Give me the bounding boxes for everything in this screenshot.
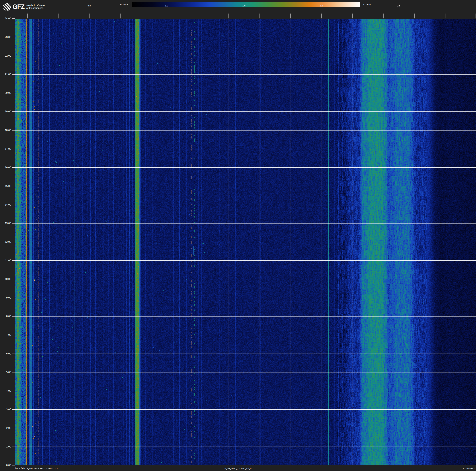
- logo-subtitle-line2: for Geosciences: [26, 7, 45, 9]
- freq-tick: [399, 14, 399, 18]
- freq-tick: [182, 14, 182, 18]
- time-tick-label: 19:00: [0, 110, 11, 113]
- freq-tick: [27, 14, 28, 18]
- freq-tick: [136, 14, 136, 18]
- time-tick-label: 7:00: [0, 334, 11, 336]
- freq-tick: [244, 14, 244, 18]
- time-tick-label: 21:00: [0, 73, 11, 76]
- time-tick-label: 15:00: [0, 185, 11, 188]
- freq-tick: [290, 14, 291, 18]
- time-tick: [12, 428, 15, 428]
- gfz-globe-icon: [3, 3, 11, 11]
- time-tick: [12, 186, 15, 186]
- freq-tick: [321, 14, 322, 18]
- time-tick: [12, 279, 15, 279]
- time-tick: [12, 316, 15, 317]
- freq-tick: [213, 14, 213, 18]
- time-tick-label: 12:00: [0, 241, 11, 243]
- time-tick: [12, 74, 15, 74]
- colorbar-max-label: -20 dBm: [362, 3, 371, 6]
- logo-subtitle-line1: Helmholtz Centre: [26, 4, 45, 7]
- time-tick: [12, 447, 15, 447]
- time-tick-label: 13:00: [0, 222, 11, 225]
- freq-tick: [337, 14, 337, 18]
- freq-tick: [430, 14, 430, 18]
- freq-tick: [43, 14, 43, 18]
- time-tick-label: 1:00: [0, 445, 11, 448]
- time-tick: [12, 56, 15, 56]
- freq-tick: [198, 14, 198, 18]
- colorbar-min-label: -80 dBm: [119, 3, 128, 6]
- freq-tick: [58, 14, 58, 18]
- freq-tick: [74, 14, 74, 18]
- time-tick: [12, 149, 15, 149]
- time-tick: [12, 335, 15, 335]
- time-tick: [12, 18, 15, 19]
- time-tick-label: 5:00: [0, 371, 11, 374]
- time-tick: [12, 354, 15, 354]
- freq-tick-label: 2.5: [397, 4, 400, 7]
- time-tick: [12, 242, 15, 242]
- footer-dataset-id: 0_20_3000_100000_40_0: [224, 467, 251, 470]
- time-tick: [12, 37, 15, 37]
- time-tick-label: 20:00: [0, 92, 11, 94]
- time-tick: [12, 130, 15, 130]
- time-tick-label: 3:00: [0, 408, 11, 411]
- freq-tick: [105, 14, 105, 18]
- freq-tick: [352, 14, 353, 18]
- freq-tick-label: 0.5: [88, 4, 91, 7]
- freq-tick-label: 1.5: [242, 4, 246, 7]
- time-tick: [12, 167, 15, 168]
- spectrogram-canvas: [15, 18, 476, 465]
- freq-tick: [120, 14, 120, 18]
- freq-tick-label: 2.0: [320, 4, 323, 7]
- time-tick: [12, 111, 15, 112]
- freq-tick: [228, 14, 229, 18]
- time-tick: [12, 223, 15, 223]
- time-tick-label: 16:00: [0, 166, 11, 169]
- freq-tick: [445, 14, 445, 18]
- freq-tick: [259, 14, 260, 18]
- time-tick: [12, 260, 15, 261]
- freq-tick-label: 1.0: [165, 4, 168, 7]
- freq-tick: [167, 14, 167, 18]
- freq-tick: [414, 14, 415, 18]
- time-tick: [12, 409, 15, 410]
- logo-acronym: GFZ: [12, 3, 24, 10]
- freq-tick: [368, 14, 368, 18]
- freq-tick: [476, 14, 476, 18]
- time-tick: [12, 93, 15, 93]
- freq-tick: [275, 14, 275, 18]
- freq-tick: [89, 14, 89, 18]
- time-tick-label: 22:00: [0, 54, 11, 57]
- time-tick-label: 11:00: [0, 259, 11, 262]
- time-tick-label: 23:00: [0, 36, 11, 38]
- time-tick-label: 4:00: [0, 390, 11, 392]
- time-tick-label: 24:00: [0, 17, 11, 20]
- time-tick-label: 2:00: [0, 427, 11, 430]
- time-tick-label: 9:00: [0, 296, 11, 299]
- freq-tick: [151, 14, 152, 18]
- footer-doi-link[interactable]: https://doi.org/10.5880/GFZ.1.2.2024.003: [15, 467, 58, 470]
- freq-tick: [306, 14, 306, 18]
- time-tick: [12, 298, 15, 298]
- time-tick: [12, 205, 15, 205]
- freq-tick: [383, 14, 384, 18]
- spectrogram-page: GFZ Helmholtz Centre for Geosciences -80…: [0, 0, 476, 471]
- time-tick: [12, 372, 15, 372]
- time-tick-label: 10:00: [0, 278, 11, 281]
- logo-subtitle: Helmholtz Centre for Geosciences: [26, 4, 45, 9]
- time-tick-label: 17:00: [0, 147, 11, 150]
- freq-tick: [461, 14, 461, 18]
- time-tick-label: 14:00: [0, 203, 11, 206]
- time-tick: [12, 391, 15, 391]
- time-tick-label: 8:00: [0, 315, 11, 318]
- time-tick-label: 6:00: [0, 352, 11, 355]
- footer-date: 2026-03-23: [463, 467, 475, 470]
- time-tick-label: 18:00: [0, 129, 11, 132]
- gfz-logo: GFZ Helmholtz Centre for Geosciences: [3, 3, 45, 11]
